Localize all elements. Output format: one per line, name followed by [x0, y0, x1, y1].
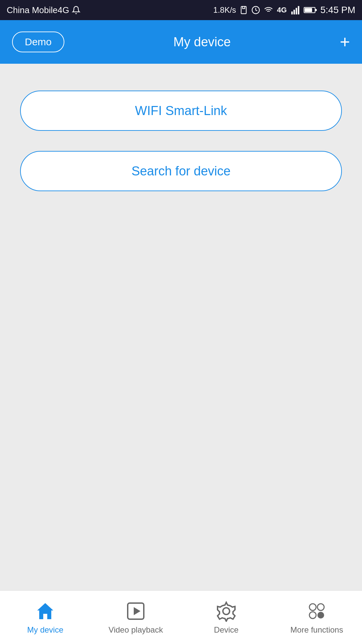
- svg-rect-0: [241, 6, 246, 14]
- battery-icon: [304, 6, 317, 14]
- nav-item-device-label: Device: [214, 625, 238, 635]
- play-icon: [125, 600, 146, 622]
- nav-item-more-functions-label: More functions: [290, 625, 343, 635]
- wifi-smart-link-button[interactable]: WIFI Smart-Link: [20, 91, 342, 131]
- svg-point-12: [223, 608, 230, 614]
- carrier-text: China Mobile4G: [7, 5, 69, 15]
- bottom-nav: My device Video playback Device More fun…: [0, 590, 362, 644]
- status-bar-left: China Mobile4G: [7, 5, 80, 15]
- home-icon: [35, 600, 56, 622]
- svg-point-14: [317, 604, 324, 610]
- more-functions-icon: [306, 600, 327, 622]
- nav-item-my-device-label: My device: [27, 625, 63, 635]
- network-type: 4G: [277, 6, 287, 14]
- page-title: My device: [173, 35, 231, 49]
- network-speed: 1.8K/s: [213, 5, 236, 15]
- svg-rect-3: [291, 11, 293, 14]
- svg-marker-11: [134, 607, 140, 615]
- time-display: 5:45 PM: [320, 5, 355, 15]
- demo-button[interactable]: Demo: [12, 32, 64, 52]
- wifi-icon: [263, 6, 274, 14]
- header: Demo My device +: [0, 20, 362, 64]
- svg-rect-4: [293, 10, 295, 14]
- nav-item-video-playback-label: Video playback: [109, 625, 163, 635]
- svg-point-13: [309, 604, 316, 610]
- status-bar-right: 1.8K/s 4G: [213, 5, 355, 15]
- svg-rect-6: [298, 6, 299, 14]
- signal-icon: [290, 6, 300, 14]
- nav-item-more-functions[interactable]: More functions: [272, 600, 362, 635]
- svg-point-15: [309, 612, 316, 619]
- svg-point-16: [317, 612, 324, 619]
- status-bar: China Mobile4G 1.8K/s 4G: [0, 0, 362, 20]
- notification-icon: [72, 6, 80, 14]
- sim-icon: [239, 6, 248, 14]
- svg-rect-8: [315, 9, 317, 11]
- main-content: WIFI Smart-Link Search for device: [0, 64, 362, 590]
- nav-item-video-playback[interactable]: Video playback: [90, 600, 181, 635]
- clock-icon: [251, 6, 260, 14]
- svg-rect-5: [296, 8, 297, 15]
- add-device-button[interactable]: +: [340, 33, 350, 51]
- nav-item-my-device[interactable]: My device: [0, 600, 90, 635]
- gear-icon: [216, 600, 237, 622]
- svg-rect-9: [305, 8, 312, 12]
- nav-item-device[interactable]: Device: [181, 600, 272, 635]
- search-device-button[interactable]: Search for device: [20, 151, 342, 191]
